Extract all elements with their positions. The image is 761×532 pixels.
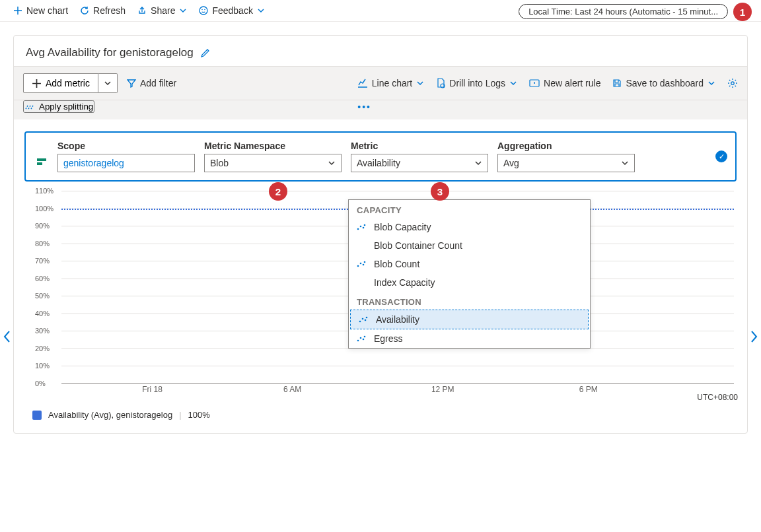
svg-point-11 <box>364 224 366 226</box>
line-chart-label: Line chart <box>372 78 412 88</box>
add-filter-label: Add filter <box>140 78 176 88</box>
refresh-label: Refresh <box>93 5 126 16</box>
x-axis-labels: Fri 186 AM12 PM6 PM <box>61 385 734 402</box>
y-axis-labels: 110%100%90%80%70%60%50%40%30%20%10%0% <box>27 191 59 383</box>
top-toolbar: New chart Refresh Share Feedback Local T… <box>0 0 761 22</box>
namespace-select[interactable]: Blob <box>204 154 342 172</box>
dropdown-item-blob-count[interactable]: Blob Count <box>349 255 590 273</box>
new-chart-button[interactable]: New chart <box>13 5 68 16</box>
svg-point-18 <box>365 319 367 321</box>
svg-point-23 <box>364 336 366 338</box>
chevron-down-icon <box>509 79 517 87</box>
add-metric-label: Add metric <box>46 78 90 88</box>
namespace-field: Metric Namespace Blob <box>204 141 342 172</box>
scatter-icon <box>357 260 367 268</box>
share-icon <box>137 6 147 15</box>
svg-point-13 <box>360 263 362 265</box>
svg-point-9 <box>360 226 362 228</box>
line-chart-button[interactable]: Line chart <box>357 78 424 88</box>
metric-row-icon <box>36 156 48 168</box>
legend-separator: | <box>179 410 181 420</box>
edit-title-icon[interactable] <box>200 48 211 58</box>
chart-toolbar-row2: Apply splitting ••• <box>14 100 747 119</box>
chart-toolbar: Add metric Add filter Line chart Drill i… <box>14 66 747 100</box>
svg-point-15 <box>364 261 366 263</box>
metric-value: Availability <box>357 158 400 168</box>
scope-field: Scope genistoragelog <box>57 141 195 172</box>
chevron-down-icon <box>328 159 336 167</box>
chart-prev-button[interactable] <box>3 330 12 343</box>
legend-value: 100% <box>188 410 210 420</box>
scope-select[interactable]: genistoragelog <box>57 154 195 172</box>
feedback-button[interactable]: Feedback <box>199 5 264 16</box>
metric-config-row: Scope genistoragelog Metric Namespace Bl… <box>24 131 737 182</box>
aggregation-select[interactable]: Avg <box>497 154 635 172</box>
timezone-label: UTC+08:00 <box>697 393 738 402</box>
chart-next-button[interactable] <box>749 330 758 343</box>
scope-label: Scope <box>57 141 195 151</box>
dropdown-item-blob-capacity[interactable]: Blob Capacity <box>349 218 590 236</box>
callout-badge-2: 2 <box>269 182 287 201</box>
plus-icon <box>13 6 22 15</box>
dropdown-item-blob-container-count[interactable]: •Blob Container Count <box>349 236 590 255</box>
share-button[interactable]: Share <box>137 5 187 16</box>
settings-button[interactable] <box>727 78 738 88</box>
feedback-label: Feedback <box>212 5 252 16</box>
svg-point-0 <box>199 7 207 15</box>
aggregation-field: Aggregation Avg <box>497 141 635 172</box>
refresh-button[interactable]: Refresh <box>80 5 126 16</box>
split-icon <box>24 102 35 112</box>
save-dashboard-label: Save to dashboard <box>626 78 704 88</box>
chevron-down-icon <box>474 159 482 167</box>
time-range-pill[interactable]: Local Time: Last 24 hours (Automatic - 1… <box>519 4 728 19</box>
chevron-down-icon <box>416 79 424 87</box>
more-menu-button[interactable]: ••• <box>357 102 371 112</box>
metric-field: Metric Availability <box>351 141 488 172</box>
add-metric-dropdown[interactable] <box>98 73 118 93</box>
scatter-icon <box>359 316 369 323</box>
callout-badge-3: 3 <box>431 182 449 201</box>
svg-point-22 <box>363 339 365 341</box>
svg-rect-6 <box>37 158 46 161</box>
svg-point-21 <box>360 337 362 339</box>
refresh-icon <box>80 6 89 15</box>
scatter-icon <box>357 335 367 343</box>
aggregation-value: Avg <box>503 158 519 168</box>
callout-badge-1: 1 <box>733 3 752 21</box>
chart-title-row: Avg Availability for genistoragelog <box>14 36 747 66</box>
metric-dropdown-list[interactable]: CAPACITY Blob Capacity •Blob Container C… <box>349 200 590 348</box>
logs-icon <box>436 78 445 88</box>
apply-splitting-label: Apply splitting <box>39 102 93 112</box>
add-metric-button[interactable]: Add metric <box>23 73 98 93</box>
svg-point-12 <box>357 265 359 267</box>
dropdown-item-availability[interactable]: Availability <box>350 310 589 329</box>
aggregation-label: Aggregation <box>497 141 635 151</box>
add-filter-button[interactable]: Add filter <box>127 78 176 88</box>
new-alert-label: New alert rule <box>544 78 600 88</box>
svg-point-14 <box>363 264 365 266</box>
new-chart-label: New chart <box>26 5 68 16</box>
feedback-icon <box>199 6 208 15</box>
metric-select[interactable]: Availability <box>351 154 488 172</box>
chevron-down-icon <box>179 7 187 15</box>
svg-point-2 <box>205 9 206 11</box>
save-dashboard-button[interactable]: Save to dashboard <box>612 78 715 88</box>
save-icon <box>612 79 622 88</box>
filter-icon <box>127 79 136 88</box>
apply-splitting-button[interactable]: Apply splitting <box>23 100 94 113</box>
chevron-down-icon <box>707 79 715 87</box>
svg-rect-7 <box>37 162 42 165</box>
dropdown-item-egress[interactable]: Egress <box>349 329 590 348</box>
plus-icon <box>32 79 42 88</box>
add-metric-group: Add metric <box>23 73 118 93</box>
svg-point-20 <box>357 340 359 342</box>
confirm-check-icon[interactable]: ✓ <box>715 150 727 162</box>
dropdown-item-index-capacity[interactable]: •Index Capacity <box>349 273 590 292</box>
namespace-value: Blob <box>210 158 229 168</box>
metric-label: Metric <box>351 141 488 151</box>
metric-dropdown: CAPACITY Blob Capacity •Blob Container C… <box>348 199 591 349</box>
drill-logs-button[interactable]: Drill into Logs <box>436 78 517 88</box>
svg-point-16 <box>359 321 361 323</box>
dropdown-group-capacity: CAPACITY <box>349 200 590 218</box>
new-alert-button[interactable]: New alert rule <box>529 78 600 88</box>
